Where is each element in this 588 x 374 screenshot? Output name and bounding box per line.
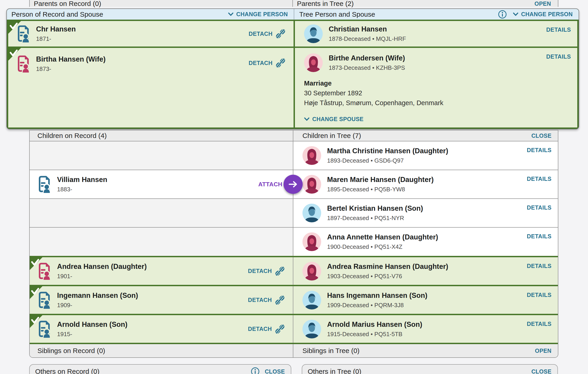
parents-section-row: Parents on Record (0) Parents in Tree (2…: [29, 0, 558, 7]
female-avatar: [304, 53, 323, 72]
parents-in-tree-header: Parents in Tree (2) OPEN: [293, 0, 558, 7]
child-row-matched: Arnold Hansen (Son) 1915- DETACH Arnold …: [30, 315, 558, 343]
record-child-cell: Ingemann Hansen (Son) 1909- DETACH: [30, 286, 293, 314]
tree-person-cell: Christian Hansen 1878-Deceased • MQJL-HR…: [295, 21, 577, 47]
arrow-right-icon: [289, 181, 298, 188]
parents-on-record-header: Parents on Record (0): [30, 0, 293, 7]
details-link[interactable]: DETAILS: [546, 26, 571, 33]
female-avatar: [303, 175, 321, 194]
female-avatar: [303, 232, 321, 251]
child-row: Bertel Kristian Hansen (Son) 1897-Deceas…: [30, 199, 558, 227]
tree-person-header: Tree Person and Spouse CHANGE PERSON: [294, 9, 579, 20]
record-child-cell: Villiam Hansen 1883- ATTACH: [30, 170, 293, 198]
child-row-matched: Andrea Hansen (Daughter) 1901- DETACH An…: [30, 257, 558, 285]
record-child-cell: Arnold Hansen (Son) 1915- DETACH: [30, 315, 293, 343]
children-in-tree-header: Children in Tree (7) CLOSE: [293, 131, 558, 141]
parents-on-record-title: Parents on Record (0): [34, 0, 101, 7]
siblings-open-button[interactable]: OPEN: [535, 348, 551, 354]
record-person-title: Person of Record and Spouse: [11, 10, 103, 18]
tree-spouse-cell: Birthe Andersen (Wife) 1873-Deceased • K…: [295, 48, 577, 128]
male-avatar: [303, 320, 321, 338]
info-icon[interactable]: [251, 367, 260, 374]
person-lifespan: 1871-: [36, 35, 76, 42]
detach-button[interactable]: DETACH: [248, 295, 285, 305]
chevron-down-icon: [513, 12, 518, 16]
empty-record-cell: [30, 142, 293, 170]
tree-child-cell: Bertel Kristian Hansen (Son) 1897-Deceas…: [293, 199, 558, 227]
children-section: Children on Record (4) Children in Tree …: [29, 130, 558, 358]
match-check-icon: [8, 48, 21, 61]
tree-person-title: Tree Person and Spouse: [299, 10, 375, 18]
person-name: Christian Hansen: [329, 25, 406, 33]
male-avatar: [304, 24, 323, 43]
match-check-icon: [30, 286, 42, 299]
detach-button[interactable]: DETACH: [249, 58, 286, 68]
children-close-button[interactable]: CLOSE: [531, 132, 551, 139]
details-link[interactable]: DETAILS: [527, 147, 551, 153]
female-avatar: [303, 262, 321, 281]
marriage-date: 30 September 1892: [304, 88, 577, 98]
tree-child-cell: Anna Annette Hansen (Daughter) 1900-Dece…: [293, 228, 558, 256]
change-person-tree-button[interactable]: CHANGE PERSON: [513, 11, 573, 18]
empty-record-cell: [30, 199, 293, 227]
person-name: Chr Hansen: [36, 25, 76, 33]
person-name: Birtha Hansen (Wife): [36, 55, 106, 63]
tree-child-cell: Martha Christine Hansen (Daughter) 1893-…: [293, 142, 558, 170]
unlink-icon: [275, 58, 286, 68]
chevron-down-icon: [228, 12, 233, 16]
details-link[interactable]: DETAILS: [546, 53, 571, 60]
details-link[interactable]: DETAILS: [527, 176, 551, 182]
record-to-tree-compare-view: Parents on Record (0) Parents in Tree (2…: [0, 0, 588, 374]
chevron-down-icon: [304, 117, 310, 121]
male-avatar: [303, 204, 321, 222]
person-spouse-card: Person of Record and Spouse CHANGE PERSO…: [6, 9, 579, 129]
empty-record-cell: [30, 228, 293, 256]
tree-child-cell: Hans Ingemann Hansen (Son) 1909-Deceased…: [293, 286, 558, 314]
marriage-info: Marriage 30 September 1892 Høje Tåstrup,…: [304, 79, 577, 108]
record-child-cell: Andrea Hansen (Daughter) 1901- DETACH: [30, 257, 293, 285]
marriage-place: Høje Tåstrup, Smørum, Copenhagen, Denmar…: [304, 98, 577, 108]
detach-button[interactable]: DETACH: [248, 267, 285, 276]
person-spouse-card-body: Chr Hansen 1871- DETACH Christian Hansen…: [7, 20, 579, 129]
attach-arrow-button[interactable]: [284, 175, 303, 194]
male-avatar: [303, 291, 321, 309]
marriage-title: Marriage: [304, 79, 577, 88]
parents-open-button[interactable]: OPEN: [535, 0, 551, 7]
siblings-on-record-header: Siblings on Record (0): [30, 344, 293, 357]
detach-button[interactable]: DETACH: [248, 324, 285, 334]
others-tree-close-button[interactable]: CLOSE: [531, 368, 551, 374]
tree-child-cell: Andrea Rasmine Hansen (Daughter) 1903-De…: [293, 257, 558, 285]
details-link[interactable]: DETAILS: [527, 233, 551, 240]
others-on-record-bar: Others on Record (0) CLOSE: [29, 364, 291, 374]
match-check-icon: [30, 257, 42, 270]
match-check-icon: [8, 21, 21, 34]
details-link[interactable]: DETAILS: [527, 263, 551, 269]
child-row: Anna Annette Hansen (Daughter) 1900-Dece…: [30, 228, 558, 256]
unlink-icon: [275, 267, 285, 276]
info-icon[interactable]: [498, 10, 507, 19]
person-spouse-card-header: Person of Record and Spouse CHANGE PERSO…: [7, 9, 579, 20]
others-record-close-button[interactable]: CLOSE: [265, 368, 285, 374]
siblings-in-tree-header: Siblings in Tree (0) OPEN: [293, 344, 558, 357]
change-spouse-button[interactable]: CHANGE SPOUSE: [304, 116, 577, 122]
match-check-icon: [30, 315, 42, 328]
details-link[interactable]: DETAILS: [527, 321, 551, 327]
unlink-icon: [275, 324, 285, 334]
child-row-matched: Ingemann Hansen (Son) 1909- DETACH Hans …: [30, 286, 558, 314]
unlink-icon: [275, 29, 286, 38]
others-in-tree-bar: Others in Tree (0) CLOSE: [302, 364, 558, 374]
record-spouse-cell: Birtha Hansen (Wife) 1873- DETACH: [8, 48, 294, 128]
person-lifespan: 1873-Deceased • KZHB-3PS: [329, 64, 405, 71]
change-person-record-button[interactable]: CHANGE PERSON: [228, 11, 288, 18]
female-avatar: [303, 146, 321, 165]
attach-label[interactable]: ATTACH: [258, 181, 282, 188]
person-lifespan: 1878-Deceased • MQJL-HRF: [329, 35, 406, 42]
record-person-cell: Chr Hansen 1871- DETACH: [8, 21, 294, 47]
details-link[interactable]: DETAILS: [527, 204, 551, 211]
children-on-record-header: Children on Record (4): [30, 131, 293, 141]
tree-child-cell: Maren Marie Hansen (Daughter) 1895-Decea…: [293, 170, 558, 198]
record-document-male-icon: [37, 175, 51, 193]
child-row: Martha Christine Hansen (Daughter) 1893-…: [30, 142, 558, 170]
detach-button[interactable]: DETACH: [249, 29, 286, 38]
details-link[interactable]: DETAILS: [527, 292, 551, 298]
